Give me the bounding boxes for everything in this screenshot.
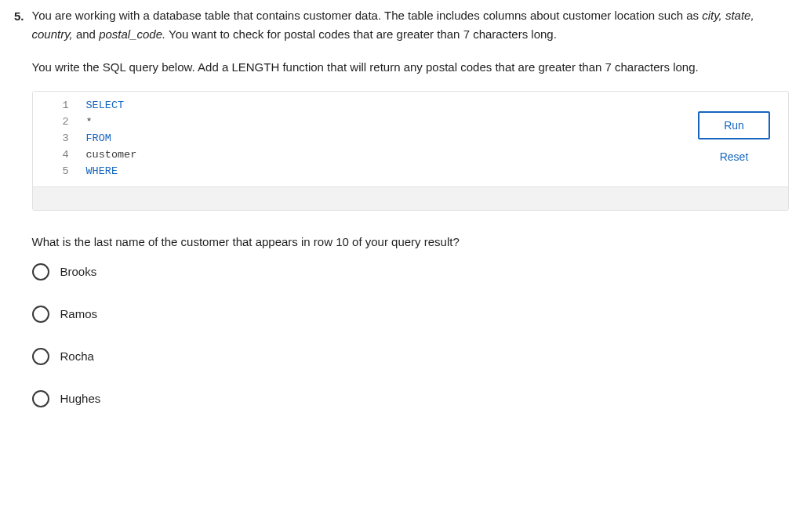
run-button[interactable]: Run	[698, 111, 770, 139]
code-token: WHERE	[86, 164, 118, 180]
line-number: 4	[33, 147, 86, 164]
option-label: Rocha	[60, 347, 94, 366]
line-number: 5	[33, 164, 86, 180]
p1-text-c: You want to check for postal codes that …	[165, 27, 557, 41]
line-number: 1	[33, 98, 86, 114]
option-label: Hughes	[60, 389, 101, 408]
option-ramos[interactable]: Ramos	[32, 305, 789, 324]
line-number: 2	[33, 114, 86, 131]
result-bar	[33, 186, 788, 210]
answer-options: Brooks Ramos Rocha Hughes	[32, 262, 789, 408]
p1-italic-b: postal_code.	[99, 27, 165, 41]
code-token: FROM	[86, 131, 111, 147]
code-token: SELECT	[86, 98, 125, 114]
code-token: *	[86, 114, 93, 131]
p1-text-b: and	[73, 27, 99, 41]
question-number: 5.	[14, 6, 24, 408]
radio-icon	[32, 306, 49, 323]
sql-code-area[interactable]: 1 SELECT 2 * 3 FROM 4 customer	[33, 92, 686, 186]
sql-editor-panel: 1 SELECT 2 * 3 FROM 4 customer	[32, 91, 789, 211]
option-label: Ramos	[60, 305, 98, 324]
prompt-paragraph-2: You write the SQL query below. Add a LEN…	[32, 58, 789, 77]
prompt-paragraph-1: You are working with a database table th…	[32, 6, 789, 44]
code-token: customer	[86, 147, 137, 164]
option-rocha[interactable]: Rocha	[32, 347, 789, 366]
radio-icon	[32, 263, 49, 280]
option-hughes[interactable]: Hughes	[32, 389, 789, 408]
option-label: Brooks	[60, 262, 97, 281]
followup-question: What is the last name of the customer th…	[32, 233, 789, 252]
reset-button[interactable]: Reset	[717, 147, 752, 166]
p1-text-a: You are working with a database table th…	[32, 9, 703, 22]
radio-icon	[32, 348, 49, 365]
option-brooks[interactable]: Brooks	[32, 262, 789, 281]
radio-icon	[32, 390, 49, 407]
line-number: 3	[33, 131, 86, 147]
